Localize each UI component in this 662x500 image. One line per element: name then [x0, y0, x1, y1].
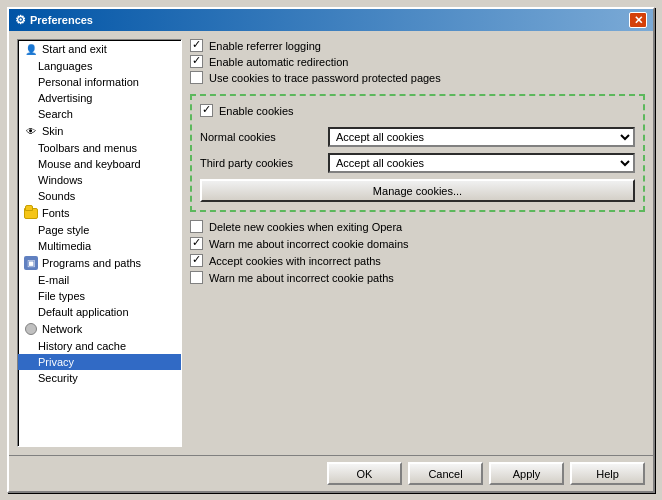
warn-incorrect-domains-checkbox[interactable]	[190, 237, 203, 250]
accept-incorrect-paths-checkbox[interactable]	[190, 254, 203, 267]
accept-incorrect-paths-row: Accept cookies with incorrect paths	[190, 254, 645, 267]
sidebar-item-security[interactable]: Security	[18, 370, 181, 386]
cookies-box: Enable cookies Normal cookies Accept all…	[190, 94, 645, 212]
sidebar-item-windows[interactable]: Windows	[18, 172, 181, 188]
folder-icon	[24, 206, 38, 220]
cancel-button[interactable]: Cancel	[408, 462, 483, 485]
sidebar-item-personal-info[interactable]: Personal information	[18, 74, 181, 90]
warn-incorrect-paths-row: Warn me about incorrect cookie paths	[190, 271, 645, 284]
person-icon: 👤	[24, 42, 38, 56]
enable-referrer-checkbox[interactable]	[190, 39, 203, 52]
sidebar: 👤 Start and exit Languages Personal info…	[17, 39, 182, 447]
bottom-checkboxes: Delete new cookies when exiting Opera Wa…	[190, 220, 645, 284]
trace-cookies-row: Use cookies to trace password protected …	[190, 71, 645, 84]
sidebar-item-multimedia[interactable]: Multimedia	[18, 238, 181, 254]
bottom-bar: OK Cancel Apply Help	[9, 455, 653, 491]
enable-cookies-row: Enable cookies	[200, 104, 635, 117]
network-icon	[24, 322, 38, 336]
top-checkboxes: Enable referrer logging Enable automatic…	[190, 39, 645, 84]
sidebar-item-advertising[interactable]: Advertising	[18, 90, 181, 106]
third-party-cookies-row: Third party cookies Accept all cookies A…	[200, 153, 635, 173]
title-bar-text: ⚙ Preferences	[15, 13, 93, 27]
close-button[interactable]: ✕	[629, 12, 647, 28]
sidebar-item-mouse-keyboard[interactable]: Mouse and keyboard	[18, 156, 181, 172]
delete-new-cookies-checkbox[interactable]	[190, 220, 203, 233]
sidebar-item-languages[interactable]: Languages	[18, 58, 181, 74]
help-button[interactable]: Help	[570, 462, 645, 485]
eye-icon: 👁	[24, 124, 38, 138]
use-cookies-trace-checkbox[interactable]	[190, 71, 203, 84]
sidebar-item-start-exit[interactable]: 👤 Start and exit	[18, 40, 181, 58]
warn-incorrect-paths-checkbox[interactable]	[190, 271, 203, 284]
sidebar-item-privacy[interactable]: Privacy	[18, 354, 181, 370]
sidebar-item-toolbars[interactable]: Toolbars and menus	[18, 140, 181, 156]
normal-cookies-dropdown[interactable]: Accept all cookies Accept only from this…	[328, 127, 635, 147]
sidebar-item-skin[interactable]: 👁 Skin	[18, 122, 181, 140]
auto-redirect-row: Enable automatic redirection	[190, 55, 645, 68]
enable-redirect-checkbox[interactable]	[190, 55, 203, 68]
sidebar-item-programs-paths[interactable]: ▣ Programs and paths	[18, 254, 181, 272]
sidebar-item-sounds[interactable]: Sounds	[18, 188, 181, 204]
enable-cookies-checkbox[interactable]	[200, 104, 213, 117]
apply-button[interactable]: Apply	[489, 462, 564, 485]
manage-cookies-button[interactable]: Manage cookies...	[200, 179, 635, 202]
referrer-logging-row: Enable referrer logging	[190, 39, 645, 52]
normal-cookies-row: Normal cookies Accept all cookies Accept…	[200, 127, 635, 147]
sidebar-item-network[interactable]: Network	[18, 320, 181, 338]
sidebar-item-page-style[interactable]: Page style	[18, 222, 181, 238]
third-party-cookies-dropdown[interactable]: Accept all cookies Accept only from this…	[328, 153, 635, 173]
content-area: 👤 Start and exit Languages Personal info…	[9, 31, 653, 455]
sidebar-item-email[interactable]: E-mail	[18, 272, 181, 288]
sidebar-item-fonts[interactable]: Fonts	[18, 204, 181, 222]
sidebar-item-history-cache[interactable]: History and cache	[18, 338, 181, 354]
warn-incorrect-domains-row: Warn me about incorrect cookie domains	[190, 237, 645, 250]
sidebar-item-search[interactable]: Search	[18, 106, 181, 122]
delete-new-cookies-row: Delete new cookies when exiting Opera	[190, 220, 645, 233]
programs-icon: ▣	[24, 256, 38, 270]
sidebar-item-default-application[interactable]: Default application	[18, 304, 181, 320]
window-icon: ⚙	[15, 13, 26, 27]
main-panel: Enable referrer logging Enable automatic…	[190, 39, 645, 447]
title-bar: ⚙ Preferences ✕	[9, 9, 653, 31]
sidebar-item-file-types[interactable]: File types	[18, 288, 181, 304]
preferences-window: ⚙ Preferences ✕ 👤 Start and exit Languag…	[7, 7, 655, 493]
ok-button[interactable]: OK	[327, 462, 402, 485]
